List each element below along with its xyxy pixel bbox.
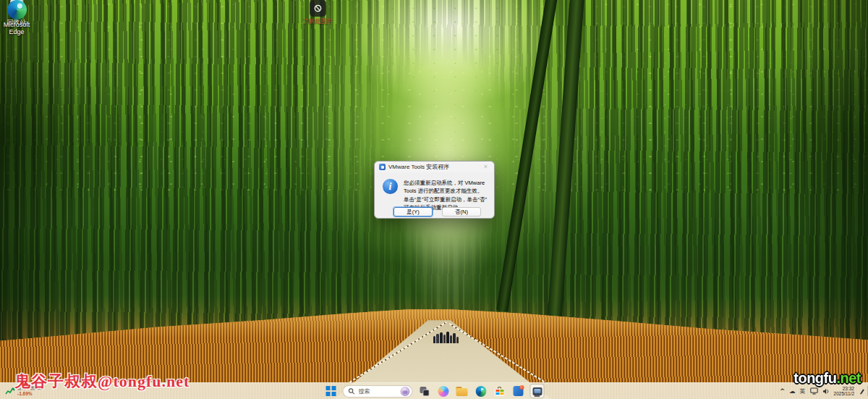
store-button[interactable] <box>493 384 507 398</box>
wallpaper-people-silhouettes <box>433 324 465 343</box>
desktop-icon-edge[interactable]: Microsoft Edge <box>0 0 33 36</box>
vmware-window-icon <box>532 387 542 395</box>
watermark-net: .net <box>836 369 861 386</box>
vmware-tools-taskbar-button[interactable] <box>530 384 545 398</box>
edge-icon <box>475 386 486 397</box>
windows-logo-icon <box>326 386 336 396</box>
person-silhouette <box>433 336 435 343</box>
dialog-titlebar[interactable]: VMware Tools 安装程序 × <box>375 161 494 172</box>
search-icon <box>349 388 355 395</box>
person-silhouette <box>446 332 449 343</box>
vmware-installer-icon <box>379 164 386 170</box>
spotlight-icon <box>310 0 326 17</box>
office-button[interactable] <box>511 384 526 398</box>
desktop-icon-spotlight[interactable]: 了解此图片 <box>298 0 337 25</box>
taskbar-center: 搜索 <box>324 383 545 399</box>
edge-icon <box>7 0 27 20</box>
person-silhouette <box>436 334 439 343</box>
task-view-button[interactable] <box>417 384 432 398</box>
chevron-up-icon[interactable]: ^ <box>780 388 785 395</box>
onedrive-cloud-icon[interactable]: ☁ <box>789 388 796 395</box>
desktop: 回收站 Microsoft Edge 了解此图片 VMware Tools 安装… <box>0 0 868 399</box>
yes-button[interactable]: 是(Y) <box>393 207 433 217</box>
icon-label: 了解此图片 <box>302 18 333 25</box>
info-icon: i <box>383 179 398 194</box>
dialog-title: VMware Tools 安装程序 <box>388 163 449 171</box>
ime-indicator[interactable]: 英 <box>800 387 806 395</box>
no-button[interactable]: 否(N) <box>442 207 481 217</box>
close-icon[interactable]: × <box>482 163 490 171</box>
person-silhouette <box>440 332 443 343</box>
edge-button[interactable] <box>474 384 488 398</box>
store-icon <box>495 387 505 396</box>
person-silhouette <box>456 337 459 343</box>
vmware-tools-dialog: VMware Tools 安装程序 × i 您必须重新启动系统，对 VMware… <box>374 161 495 219</box>
copilot-button[interactable] <box>436 384 451 398</box>
pen-icon[interactable] <box>859 388 865 395</box>
office-icon <box>514 386 524 396</box>
watermark-bottom-right: tongfu.net <box>793 369 861 387</box>
file-explorer-icon <box>456 387 468 396</box>
person-silhouette <box>453 333 456 343</box>
file-explorer-button[interactable] <box>455 384 469 398</box>
dialog-body: i 您必须重新启动系统，对 VMware Tools 进行的配置更改才能生效。单… <box>375 172 494 211</box>
copilot-icon <box>438 386 448 397</box>
clock[interactable]: 23:32 2025/11/2 <box>834 386 854 397</box>
network-icon[interactable] <box>810 387 818 395</box>
stock-chart-icon <box>5 387 15 395</box>
bing-image-thumbnail[interactable] <box>401 387 410 396</box>
watermark-tongfu: tongfu <box>793 369 836 386</box>
task-view-icon <box>420 387 429 396</box>
watermark-bottom-left: 鬼谷子叔叔@tongfu.net <box>14 371 190 392</box>
search-placeholder: 搜索 <box>359 387 397 395</box>
active-app-indicator <box>535 395 540 397</box>
tray-date: 2025/11/2 <box>834 391 854 396</box>
search-input[interactable]: 搜索 <box>343 385 413 398</box>
image-lens-icon <box>313 4 323 13</box>
volume-icon[interactable] <box>822 388 830 395</box>
start-button[interactable] <box>324 384 339 398</box>
icon-label: Microsoft Edge <box>0 21 33 36</box>
person-silhouette <box>443 335 446 343</box>
person-silhouette <box>450 335 452 343</box>
